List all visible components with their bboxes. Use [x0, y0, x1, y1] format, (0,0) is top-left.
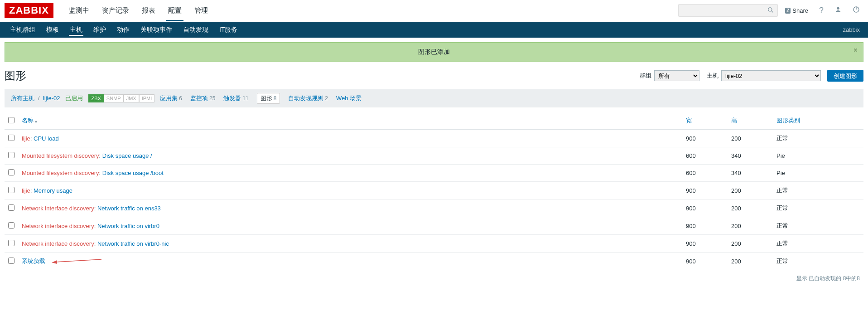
host-tab[interactable]: 监控项 25 — [190, 94, 215, 102]
graph-name-link[interactable]: Disk space usage / — [102, 152, 152, 159]
graph-name-link[interactable]: Network traffic on virbr0-nic — [97, 240, 169, 247]
template-link[interactable]: Network interface discovery — [22, 223, 94, 229]
cell-type: 正常 — [773, 182, 863, 199]
sub-nav-item[interactable]: 主机 — [64, 22, 88, 38]
sub-nav-item[interactable]: 模板 — [41, 22, 64, 38]
cell-width: 900 — [682, 217, 728, 235]
host-tab-count: 25 — [209, 95, 215, 102]
host-filter-select[interactable]: lijie-02 — [721, 70, 821, 81]
name-separator: : — [30, 135, 34, 142]
cell-height: 200 — [728, 130, 773, 147]
graph-name-link[interactable]: Network traffic on virbr0 — [97, 223, 159, 229]
table-row: Network interface discovery: Network tra… — [5, 217, 863, 235]
top-nav-item[interactable]: 管理 — [188, 0, 214, 21]
template-link[interactable]: Network interface discovery — [22, 240, 94, 247]
top-nav-item[interactable]: 监测中 — [63, 0, 96, 21]
row-checkbox[interactable] — [8, 222, 14, 229]
header-type[interactable]: 图形类别 — [773, 112, 863, 130]
share-button[interactable]: Z Share — [781, 5, 812, 16]
cell-width: 900 — [682, 182, 728, 199]
name-separator: : — [94, 240, 97, 247]
row-checkbox[interactable] — [8, 135, 14, 141]
host-tab-count: 2 — [325, 95, 328, 102]
sub-nav-item[interactable]: 维护 — [88, 22, 111, 38]
row-checkbox-cell — [5, 235, 18, 253]
name-separator: : — [94, 223, 97, 229]
host-tab[interactable]: 应用集 6 — [160, 94, 182, 102]
header-height[interactable]: 高 — [728, 112, 773, 130]
template-link[interactable]: Mounted filesystem discovery — [22, 152, 99, 159]
search-icon[interactable] — [764, 7, 777, 15]
graph-name-link[interactable]: Disk space usage /boot — [102, 170, 164, 176]
template-link[interactable]: Network interface discovery — [22, 205, 94, 212]
host-tab[interactable]: 图形 8 — [257, 93, 280, 104]
search-input[interactable] — [679, 7, 764, 14]
table-header-row: 名称 宽 高 图形类别 — [5, 112, 863, 130]
row-checkbox[interactable] — [8, 258, 14, 264]
sub-nav-item[interactable]: IT服务 — [214, 22, 243, 38]
breadcrumb-all-hosts[interactable]: 所有主机 — [11, 95, 34, 102]
row-checkbox[interactable] — [8, 187, 14, 193]
sub-nav-item[interactable]: 自动发现 — [178, 22, 214, 38]
close-icon[interactable]: × — [854, 46, 858, 54]
top-nav-item[interactable]: 配置 — [162, 0, 188, 21]
global-search[interactable] — [678, 4, 778, 17]
cell-height: 200 — [728, 182, 773, 199]
breadcrumb: 所有主机 / lijie-02 — [11, 94, 60, 102]
breadcrumb-host[interactable]: lijie-02 — [43, 95, 60, 102]
table-row: Mounted filesystem discovery: Disk space… — [5, 165, 863, 182]
name-separator: : — [99, 152, 102, 159]
row-checkbox[interactable] — [8, 240, 14, 246]
template-link[interactable]: Mounted filesystem discovery — [22, 170, 99, 176]
host-info-bar: 所有主机 / lijie-02 已启用 ZBXSNMPJMXIPMI 应用集 6… — [5, 89, 863, 107]
graph-name-link[interactable]: 系统负载 — [22, 258, 45, 264]
logo[interactable]: ZABBIX — [5, 3, 53, 18]
sub-nav-item[interactable]: 主机群组 — [5, 22, 41, 38]
help-icon[interactable]: ? — [815, 4, 827, 17]
group-filter-select[interactable]: 所有 — [654, 70, 699, 81]
host-tab-label: 自动发现规则 — [288, 94, 323, 102]
cell-height: 340 — [728, 165, 773, 182]
cell-height: 200 — [728, 217, 773, 235]
cell-width: 900 — [682, 199, 728, 217]
host-tab[interactable]: 触发器 11 — [223, 94, 248, 102]
row-checkbox[interactable] — [8, 169, 14, 175]
graph-name-link[interactable]: Network traffic on ens33 — [97, 205, 161, 212]
logout-icon[interactable] — [849, 4, 863, 17]
graph-name-link[interactable]: CPU load — [34, 135, 59, 142]
row-checkbox-cell — [5, 182, 18, 199]
select-all-checkbox[interactable] — [8, 117, 14, 123]
sub-nav-item[interactable]: 关联项事件 — [135, 22, 178, 38]
sub-nav-user[interactable]: zabbix — [843, 26, 863, 33]
sub-nav-item[interactable]: 动作 — [111, 22, 135, 38]
template-link[interactable]: lijie — [22, 187, 30, 194]
cell-width: 900 — [682, 130, 728, 147]
graph-name-link[interactable]: Memory usage — [34, 187, 72, 194]
host-tab-count: 11 — [242, 95, 248, 102]
top-nav-item[interactable]: 报表 — [135, 0, 162, 21]
host-tab[interactable]: 自动发现规则 2 — [288, 94, 328, 102]
table-row: 系统负载900200正常 — [5, 253, 863, 270]
create-graph-button[interactable]: 创建图形 — [827, 70, 863, 82]
availability-tags: ZBXSNMPJMXIPMI — [88, 94, 154, 102]
availability-tag: JMX — [124, 94, 139, 102]
host-tabs: 应用集 6监控项 25触发器 11图形 8自动发现规则 2Web 场景 — [160, 93, 362, 104]
top-nav-item[interactable]: 资产记录 — [96, 0, 135, 21]
row-checkbox-cell — [5, 217, 18, 235]
host-tab-label: Web 场景 — [336, 94, 362, 102]
alert-message: 图形已添加 — [418, 48, 450, 55]
top-right-controls: Z Share ? — [678, 4, 863, 17]
header-name[interactable]: 名称 — [18, 112, 682, 130]
host-tab[interactable]: Web 场景 — [336, 94, 362, 102]
row-checkbox-cell — [5, 199, 18, 217]
header-width[interactable]: 宽 — [682, 112, 728, 130]
cell-type: 正常 — [773, 217, 863, 235]
template-link[interactable]: lijie — [22, 135, 30, 142]
row-checkbox[interactable] — [8, 204, 14, 211]
cell-name: lijie: CPU load — [18, 130, 682, 147]
table-row: Network interface discovery: Network tra… — [5, 199, 863, 217]
user-icon[interactable] — [831, 4, 845, 17]
row-checkbox[interactable] — [8, 152, 14, 158]
host-tab-label: 应用集 — [160, 94, 178, 102]
availability-tag: IPMI — [139, 94, 155, 102]
